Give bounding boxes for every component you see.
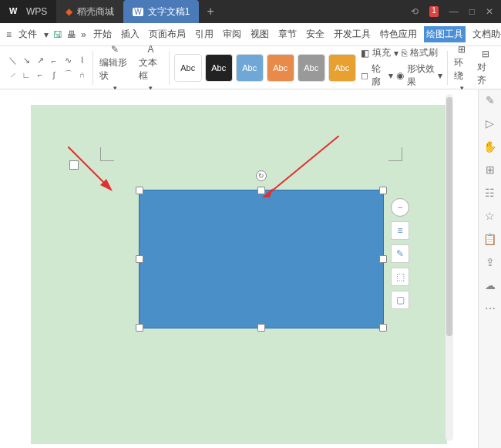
tab-label: WPS [26, 6, 47, 17]
label: 填充 [372, 46, 391, 59]
label: 环绕 [454, 56, 470, 83]
chevron-icon: ▾ [44, 29, 49, 40]
scrollbar-thumb[interactable] [446, 97, 452, 336]
style-swatch-6[interactable]: Abc [328, 54, 356, 82]
more-icon[interactable]: » [81, 29, 86, 40]
page: ↻ − ≡ ✎ ⬚ ▢ [31, 105, 447, 444]
label: 轮廓 [372, 62, 385, 89]
resize-handle-l[interactable] [136, 255, 143, 263]
tab-label: 文字文稿1 [148, 5, 190, 19]
title-bar: WPS ◆稻壳商城 W文字文稿1 + ⟲ 1 — □ ✕ [0, 0, 501, 23]
properties-icon[interactable]: ☷ [485, 187, 495, 199]
style-swatch-5[interactable]: Abc [298, 54, 325, 82]
resize-handle-t[interactable] [257, 187, 265, 194]
wps-logo-icon [9, 5, 22, 18]
menu-feature[interactable]: 特色应用 [378, 26, 419, 42]
vertical-scrollbar[interactable] [446, 94, 453, 441]
resize-handle-tr[interactable] [379, 187, 387, 194]
menu-bar: ≡ 文件 ▾ 🖫 🖶 » 开始 插入 页面布局 引用 审阅 视图 章节 安全 开… [0, 23, 501, 46]
selected-rectangle-shape[interactable]: ↻ − ≡ ✎ ⬚ ▢ [139, 190, 384, 328]
menu-section[interactable]: 章节 [276, 26, 299, 42]
doc-icon: W [133, 8, 143, 16]
resize-handle-tl[interactable] [136, 187, 143, 194]
layout-options-button[interactable]: ≡ [391, 221, 409, 240]
edit-shape-icon: ✎ [111, 44, 119, 55]
pen-tool-icon[interactable]: ✎ [486, 94, 495, 106]
more-tools-icon[interactable]: ⋯ [485, 302, 496, 315]
menu-start[interactable]: 开始 [91, 26, 114, 42]
outline-icon: ◻ [361, 70, 368, 81]
tab-store[interactable]: ◆稻壳商城 [56, 0, 123, 23]
style-swatch-1[interactable]: Abc [174, 54, 202, 82]
resize-handle-bl[interactable] [136, 324, 143, 332]
resize-handle-b[interactable] [257, 324, 265, 332]
tab-document[interactable]: W文字文稿1 [123, 0, 199, 23]
resize-handle-r[interactable] [379, 255, 387, 263]
menu-review[interactable]: 审阅 [220, 26, 244, 42]
store-icon: ◆ [66, 6, 72, 17]
minimize-icon[interactable]: — [449, 6, 459, 17]
margin-marker-left [100, 147, 114, 161]
fill-button[interactable]: ◧填充 ▾ ⎘格式刷 [361, 46, 442, 59]
style-swatches: Abc Abc Abc Abc Abc Abc [174, 52, 356, 83]
document-canvas[interactable]: ↻ − ≡ ✎ ⬚ ▢ [0, 89, 478, 448]
menu-layout[interactable]: 页面布局 [146, 26, 188, 42]
collapse-button[interactable]: − [391, 198, 409, 217]
tab-wps[interactable]: WPS [0, 0, 56, 23]
outline-button[interactable]: ◻轮廓 ▾ ◉形状效果 ▾ [361, 62, 442, 89]
fill-options: ◧填充 ▾ ⎘格式刷 ◻轮廓 ▾ ◉形状效果 ▾ [361, 46, 442, 89]
hand-tool-icon[interactable]: ✋ [483, 140, 496, 153]
clipboard-icon[interactable]: 📋 [483, 233, 496, 245]
window-controls: ⟲ 1 — □ ✕ [411, 6, 501, 17]
label: 文本框 [139, 56, 163, 83]
work-area: ↻ − ≡ ✎ ⬚ ▢ ✎ ▷ ✋ ⊞ [0, 89, 501, 448]
select-tool-icon[interactable]: ▷ [486, 117, 494, 130]
right-sidebar: ✎ ▷ ✋ ⊞ ☷ ☆ 📋 ⇪ ☁ ⋯ [478, 89, 501, 448]
rotate-handle[interactable]: ↻ [256, 170, 267, 181]
divider [92, 51, 93, 85]
menu-ref[interactable]: 引用 [193, 26, 216, 42]
textbox-button[interactable]: A文本框▾ [137, 44, 164, 92]
wrap-icon: ⊞ [458, 44, 466, 55]
label: 对齐 [477, 61, 493, 87]
menu-icon[interactable]: ≡ [6, 29, 12, 40]
menu-helper[interactable]: 文档助手 [470, 26, 501, 42]
notify-icon[interactable]: 1 [429, 6, 439, 17]
style-swatch-4[interactable]: Abc [267, 54, 294, 82]
align-button[interactable]: ⊟对齐 [476, 49, 495, 87]
menu-insert[interactable]: 插入 [119, 26, 142, 42]
file-menu[interactable]: 文件 [16, 26, 39, 42]
fill-icon: ◧ [361, 48, 369, 59]
crop-button[interactable]: ▢ [391, 291, 409, 309]
cloud-icon[interactable]: ☁ [485, 279, 496, 291]
menu-security[interactable]: 安全 [304, 26, 327, 42]
align-icon: ⊟ [482, 49, 489, 59]
edit-button[interactable]: ✎ [391, 244, 409, 263]
settings-icon[interactable]: ⊞ [486, 163, 495, 176]
menu-drawing-tools[interactable]: 绘图工具 [424, 26, 466, 42]
wrap-button[interactable]: ⊞环绕▾ [452, 44, 472, 92]
shape-gallery[interactable]: ＼↘↗⌐∿⌇ ⟋∟⌐∫⌒⑃ [6, 55, 88, 81]
label: 编辑形状 [99, 56, 131, 83]
save-icon[interactable]: 🖫 [53, 29, 62, 40]
new-tab-button[interactable]: + [207, 5, 214, 19]
menu-left: ≡ 文件 ▾ 🖫 🖶 » 开始 插入 页面布局 引用 审阅 视图 章节 安全 开… [6, 26, 501, 42]
effect-icon: ◉ [396, 70, 404, 81]
divider [169, 51, 170, 85]
maximize-icon[interactable]: □ [469, 6, 475, 17]
menu-view[interactable]: 视图 [248, 26, 271, 42]
edit-shape-button[interactable]: ✎编辑形状▾ [98, 44, 133, 92]
resize-handle-br[interactable] [379, 324, 387, 332]
tab-label: 稻壳商城 [77, 5, 114, 19]
format-icon: ⎘ [402, 48, 407, 59]
share-icon[interactable]: ⇪ [486, 256, 495, 268]
print-icon[interactable]: 🖶 [67, 29, 76, 40]
sync-icon[interactable]: ⟲ [411, 6, 419, 17]
link-button[interactable]: ⬚ [391, 268, 409, 286]
star-icon[interactable]: ☆ [485, 210, 495, 222]
close-icon[interactable]: ✕ [486, 6, 493, 17]
style-swatch-3[interactable]: Abc [236, 54, 264, 82]
shape-float-toolbar: − ≡ ✎ ⬚ ▢ [391, 198, 409, 309]
style-swatch-2[interactable]: Abc [205, 54, 233, 82]
menu-dev[interactable]: 开发工具 [331, 26, 373, 42]
